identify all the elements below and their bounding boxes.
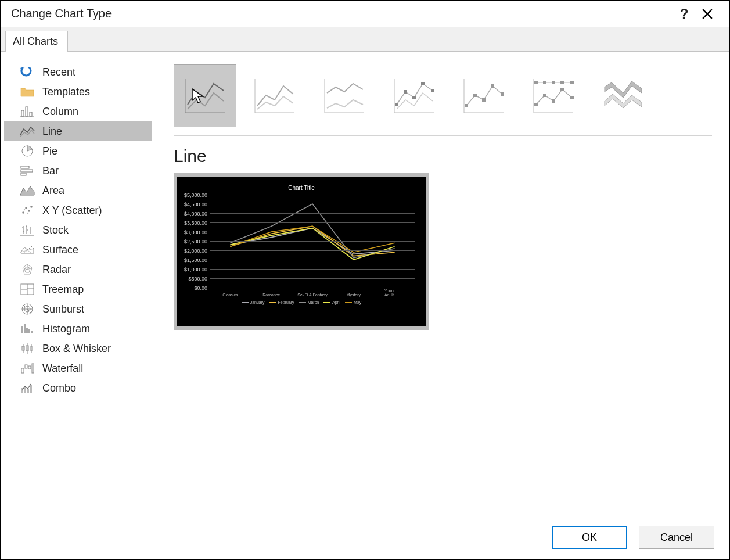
sidebar-item-label: Recent (42, 66, 75, 78)
svg-rect-1 (26, 107, 28, 116)
sidebar-item-pie[interactable]: Pie (4, 141, 152, 161)
subtype-100-stacked-line-markers[interactable] (522, 64, 585, 127)
main-area: Recent Templates Column Line Pie Bar Are… (1, 51, 729, 515)
sidebar-item-histogram[interactable]: Histogram (4, 319, 152, 339)
sidebar-item-line[interactable]: Line (4, 121, 152, 141)
chart-preview-legend: JanuaryFebruaryMarchAprilMay (184, 300, 419, 304)
sidebar-item-combo[interactable]: Combo (4, 378, 152, 398)
sidebar-item-area[interactable]: Area (4, 181, 152, 200)
svg-point-13 (27, 213, 28, 214)
svg-point-11 (30, 206, 33, 208)
svg-rect-73 (491, 84, 494, 88)
svg-rect-2 (30, 112, 32, 116)
sidebar-item-surface[interactable]: Surface (4, 240, 152, 260)
svg-rect-0 (21, 110, 24, 116)
subtype-stacked-line[interactable] (243, 64, 306, 127)
sidebar-item-scatter[interactable]: X Y (Scatter) (4, 200, 152, 220)
svg-rect-49 (28, 366, 31, 369)
sunburst-chart-icon (19, 303, 35, 315)
subtype-row (174, 64, 712, 136)
title-bar: Change Chart Type ? (1, 1, 729, 27)
sidebar-item-templates[interactable]: Templates (4, 82, 152, 102)
recent-icon (19, 66, 35, 78)
chart-preview[interactable]: Chart Title $5,000.00$4,500.00$4,000.00$… (174, 173, 429, 330)
stock-chart-icon (19, 224, 35, 236)
sidebar-item-label: X Y (Scatter) (42, 204, 102, 217)
column-chart-icon (19, 105, 35, 118)
subtype-stacked-line-markers[interactable] (452, 64, 515, 127)
sidebar-item-label: Templates (42, 86, 90, 98)
svg-rect-79 (543, 81, 546, 84)
chart-preview-plot: $5,000.00$4,500.00$4,000.00$3,500.00$3,0… (210, 195, 415, 288)
sidebar-item-recent[interactable]: Recent (4, 62, 152, 82)
svg-rect-87 (570, 96, 574, 99)
sidebar-item-column[interactable]: Column (4, 102, 152, 121)
folder-icon (19, 85, 35, 98)
waterfall-chart-icon (19, 362, 35, 375)
sidebar-item-label: Histogram (42, 323, 90, 335)
svg-rect-65 (412, 96, 416, 99)
svg-rect-70 (465, 104, 468, 107)
sidebar-item-label: Treemap (42, 283, 84, 296)
sidebar-item-label: Box & Whisker (42, 343, 111, 355)
sidebar-item-label: Bar (42, 165, 59, 177)
subtype-line[interactable] (174, 64, 236, 127)
tab-strip: All Charts (1, 27, 729, 51)
sidebar: Recent Templates Column Line Pie Bar Are… (1, 52, 156, 515)
area-chart-icon (19, 184, 35, 197)
svg-point-12 (24, 209, 25, 210)
svg-rect-38 (26, 328, 28, 333)
svg-rect-50 (32, 364, 34, 373)
svg-rect-39 (28, 329, 30, 333)
svg-point-8 (22, 211, 24, 214)
svg-rect-85 (552, 99, 555, 103)
sidebar-item-label: Stock (42, 224, 69, 236)
sidebar-item-sunburst[interactable]: Sunburst (4, 299, 152, 319)
svg-rect-48 (25, 365, 27, 368)
ok-button[interactable]: OK (552, 526, 627, 549)
sidebar-item-label: Waterfall (42, 362, 83, 375)
radar-chart-icon (19, 263, 35, 276)
sidebar-item-boxwhisker[interactable]: Box & Whisker (4, 339, 152, 358)
svg-rect-67 (431, 89, 434, 92)
tab-all-charts[interactable]: All Charts (5, 31, 68, 52)
sidebar-item-treemap[interactable]: Treemap (4, 279, 152, 299)
sidebar-item-radar[interactable]: Radar (4, 260, 152, 279)
svg-rect-80 (552, 81, 555, 84)
sidebar-item-waterfall[interactable]: Waterfall (4, 358, 152, 378)
svg-rect-6 (21, 170, 33, 172)
svg-rect-40 (31, 331, 33, 333)
sidebar-item-label: Radar (42, 264, 71, 276)
sidebar-item-label: Pie (42, 145, 57, 157)
subtype-100-stacked-line[interactable] (313, 64, 376, 127)
svg-rect-63 (395, 103, 398, 106)
surface-chart-icon (19, 243, 35, 256)
line-chart-icon (19, 125, 35, 138)
combo-chart-icon (19, 382, 35, 394)
dialog-footer: OK Cancel (1, 515, 729, 559)
svg-rect-47 (21, 368, 24, 373)
cancel-button[interactable]: Cancel (639, 526, 714, 549)
svg-rect-5 (21, 166, 29, 168)
subtype-heading: Line (174, 146, 712, 166)
chart-preview-title: Chart Title (184, 185, 419, 191)
sidebar-item-bar[interactable]: Bar (4, 161, 152, 181)
svg-rect-86 (560, 88, 564, 91)
svg-rect-81 (560, 81, 564, 84)
sidebar-item-label: Surface (42, 244, 78, 256)
svg-rect-71 (473, 94, 477, 97)
sidebar-item-stock[interactable]: Stock (4, 220, 152, 240)
svg-rect-37 (24, 324, 26, 333)
svg-rect-54 (30, 385, 32, 393)
subtype-3d-line[interactable] (592, 64, 655, 127)
svg-rect-82 (570, 81, 574, 84)
svg-point-9 (25, 207, 27, 209)
histogram-chart-icon (19, 322, 35, 335)
sidebar-item-label: Sunburst (42, 303, 84, 315)
pie-chart-icon (19, 145, 35, 157)
close-button[interactable] (696, 2, 719, 26)
scatter-chart-icon (19, 204, 35, 217)
help-button[interactable]: ? (673, 2, 696, 26)
subtype-line-markers[interactable] (383, 64, 445, 127)
sidebar-item-label: Column (42, 106, 78, 118)
